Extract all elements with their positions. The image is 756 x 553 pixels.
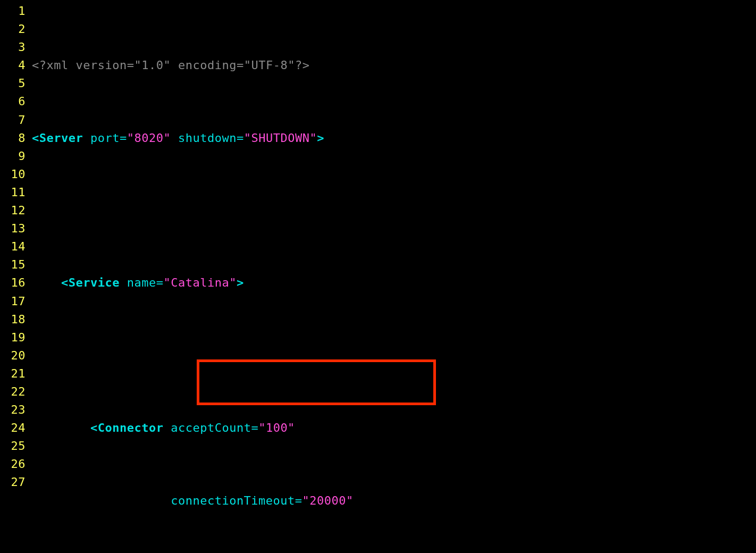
line-number: 24 [0, 419, 26, 437]
xml-pi: <?xml version="1.0" encoding="UTF-8"?> [32, 58, 309, 72]
line-number: 25 [0, 437, 26, 455]
code-line[interactable] [32, 347, 756, 365]
code-area[interactable]: <?xml version="1.0" encoding="UTF-8"?> <… [32, 0, 756, 553]
line-number: 13 [0, 220, 26, 238]
code-line[interactable] [32, 202, 756, 220]
line-number: 21 [0, 365, 26, 383]
attr-name: port [90, 131, 120, 145]
attr-name: shutdown [178, 131, 237, 145]
code-line[interactable]: <?xml version="1.0" encoding="UTF-8"?> [32, 56, 756, 74]
line-number: 11 [0, 183, 26, 202]
line-number: 14 [0, 238, 26, 256]
tag-close: > [317, 131, 324, 145]
line-number: 18 [0, 311, 26, 329]
line-number: 16 [0, 274, 26, 292]
service-tag: Service [69, 276, 120, 289]
code-line[interactable]: connectionTimeout="20000" [32, 492, 756, 510]
code-line[interactable]: <Connector acceptCount="100" [32, 419, 756, 437]
line-number: 4 [0, 56, 26, 74]
proxy-highlight-box [197, 359, 436, 405]
line-number: 27 [0, 473, 26, 491]
line-number: 15 [0, 256, 26, 274]
code-line[interactable]: <Service name="Catalina"> [32, 274, 756, 292]
line-number: 7 [0, 111, 26, 129]
code-line[interactable]: <Server port="8020" shutdown="SHUTDOWN"> [32, 129, 756, 147]
line-number: 2 [0, 20, 26, 38]
line-number-gutter: 1 2 3 4 5 6 7 8 9 10 11 12 13 14 15 16 1… [0, 0, 32, 553]
line-number: 12 [0, 202, 26, 220]
line-number: 3 [0, 38, 26, 56]
line-number: 10 [0, 165, 26, 183]
line-number: 22 [0, 383, 26, 401]
line-number: 1 [0, 2, 26, 20]
server-tag: Server [39, 131, 83, 145]
line-number: 20 [0, 347, 26, 365]
connector-tag: Connector [98, 421, 164, 434]
line-number: 9 [0, 147, 26, 165]
line-number: 26 [0, 455, 26, 473]
tag-open: < [32, 131, 39, 145]
attr-value: "8020" [127, 131, 171, 145]
line-number: 5 [0, 74, 26, 93]
line-number: 19 [0, 329, 26, 347]
code-editor[interactable]: 1 2 3 4 5 6 7 8 9 10 11 12 13 14 15 16 1… [0, 0, 756, 553]
line-number: 23 [0, 401, 26, 419]
attr-value: "SHUTDOWN" [244, 131, 317, 145]
line-number: 17 [0, 292, 26, 311]
line-number: 8 [0, 129, 26, 147]
line-number: 6 [0, 93, 26, 111]
